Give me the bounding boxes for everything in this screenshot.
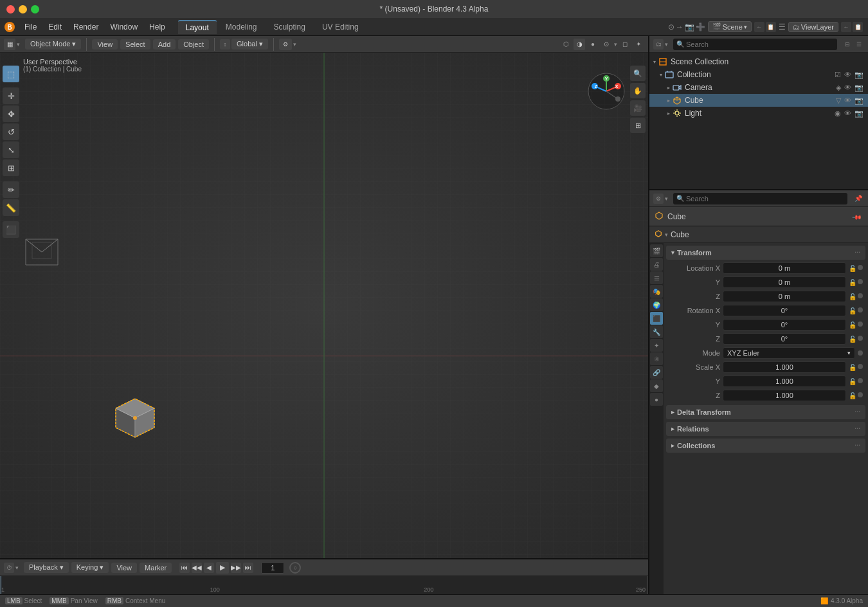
maximize-button[interactable] xyxy=(31,5,39,14)
prop-modifier-btn[interactable]: 🔧 xyxy=(650,325,663,338)
timeline-chevron-icon[interactable]: ▾ xyxy=(15,565,19,571)
viewport-shading-solid[interactable]: ⬡ xyxy=(560,39,572,50)
prop-data-btn[interactable]: ◆ xyxy=(650,379,663,392)
xray-btn[interactable]: ◻ xyxy=(619,39,631,50)
menu-edit[interactable]: Edit xyxy=(43,21,67,33)
move-tool-button[interactable]: ✥ xyxy=(3,105,19,122)
snap-magnet-button[interactable]: ⚙ xyxy=(279,39,292,50)
pin-icon[interactable]: 📌 xyxy=(849,208,865,224)
prop-particles-btn[interactable]: ✦ xyxy=(650,339,663,352)
light-data-btn[interactable]: ◉ xyxy=(834,109,842,118)
tab-modeling[interactable]: Modeling xyxy=(218,21,265,33)
current-frame-input[interactable]: 1 xyxy=(261,562,284,574)
scale-x-lock[interactable]: 🔓 xyxy=(849,364,856,371)
prop-viewlayer-btn[interactable]: ☰ xyxy=(650,271,663,284)
rotate-tool-button[interactable]: ↺ xyxy=(3,123,19,140)
tab-sculpting[interactable]: Sculpting xyxy=(266,21,313,33)
collections-options-icon[interactable]: ⋯ xyxy=(854,442,860,449)
tab-layout[interactable]: Layout xyxy=(178,20,217,34)
light-render-btn[interactable]: 📷 xyxy=(854,109,864,118)
view-menu-button[interactable]: View xyxy=(92,39,118,50)
location-z-keyframe[interactable] xyxy=(858,293,863,298)
scale-x-input[interactable]: 1.000 xyxy=(723,361,846,373)
overlay-chevron-icon[interactable]: ▾ xyxy=(614,41,617,48)
tab-uv-editing[interactable]: UV Editing xyxy=(314,21,366,33)
camera-render-btn[interactable]: 📷 xyxy=(854,84,864,92)
menu-help[interactable]: Help xyxy=(144,21,170,33)
relations-options-icon[interactable]: ⋯ xyxy=(854,426,860,432)
snap-btn-right[interactable]: ✦ xyxy=(633,39,644,50)
zoom-in-btn[interactable]: 🔍 xyxy=(630,66,646,81)
scale-x-keyframe[interactable] xyxy=(858,364,863,369)
prop-object-btn[interactable]: ⬛ xyxy=(650,312,663,325)
prop-physics-btn[interactable]: ⚛ xyxy=(650,352,663,365)
minimize-button[interactable] xyxy=(19,5,27,14)
snap-chevron-icon[interactable]: ▾ xyxy=(293,41,296,48)
viewport-shading-rendered[interactable]: ● xyxy=(587,39,599,50)
cube-eye-btn[interactable]: 👁 xyxy=(844,96,852,105)
menu-render[interactable]: Render xyxy=(68,21,104,33)
cube-render-btn[interactable]: 📷 xyxy=(854,96,864,105)
prop-scene-btn[interactable]: 🎭 xyxy=(650,285,663,298)
camera-eye-btn[interactable]: 👁 xyxy=(844,84,852,92)
axis-gizmo[interactable]: Y X Z xyxy=(587,72,626,113)
step-back-btn[interactable]: ◀◀ xyxy=(192,563,202,573)
outliner-item-cube[interactable]: ▸ Cube ▽ 👁 📷 xyxy=(649,94,868,107)
viewport-overlays-btn[interactable]: ⊙ xyxy=(601,39,612,50)
outliner-item-light[interactable]: ▸ Light ◉ xyxy=(649,107,868,120)
scene-action-2[interactable]: 📋 xyxy=(766,22,776,32)
location-z-input[interactable]: 0 m xyxy=(723,291,846,302)
close-button[interactable] xyxy=(6,5,15,14)
mode-keyframe[interactable] xyxy=(858,350,863,356)
add-cube-tool-button[interactable]: ⬛ xyxy=(3,221,19,238)
scale-tool-button[interactable]: ⤡ xyxy=(3,141,19,158)
timeline-editor-icon[interactable]: ⏱ xyxy=(4,563,14,573)
menu-window[interactable]: Window xyxy=(105,21,143,33)
play-back-btn[interactable]: ◀ xyxy=(204,563,214,573)
rotation-x-input[interactable]: 0° xyxy=(723,305,846,316)
location-y-input[interactable]: 0 m xyxy=(723,276,846,288)
rotation-y-input[interactable]: 0° xyxy=(723,319,846,331)
properties-editor-icon[interactable]: ⚙ xyxy=(653,194,664,204)
scene-action-1[interactable]: ← xyxy=(754,22,764,32)
scene-selector[interactable]: 🎬 Scene ▾ xyxy=(708,21,752,32)
scale-y-keyframe[interactable] xyxy=(858,378,863,383)
properties-pin-icon[interactable]: 📌 xyxy=(853,193,864,204)
outliner-chevron-icon[interactable]: ▾ xyxy=(665,41,668,48)
outliner-search-input[interactable] xyxy=(673,39,837,50)
location-z-lock[interactable]: 🔓 xyxy=(849,293,856,300)
vl-action-2[interactable]: 📋 xyxy=(853,22,863,32)
annotate-tool-button[interactable]: ✏ xyxy=(3,181,19,198)
rotation-z-lock[interactable]: 🔓 xyxy=(849,336,856,343)
light-eye-btn[interactable]: 👁 xyxy=(844,109,852,118)
camera-view-btn[interactable]: 🎥 xyxy=(630,100,646,116)
rotation-y-keyframe[interactable] xyxy=(858,322,863,327)
scale-z-input[interactable]: 1.000 xyxy=(723,390,846,401)
relations-header[interactable]: Relations ⋯ xyxy=(666,422,865,436)
step-forward-btn[interactable]: ▶▶ xyxy=(231,563,241,573)
cube-data-btn[interactable]: ▽ xyxy=(835,96,842,105)
properties-search-input[interactable] xyxy=(673,193,847,204)
scale-y-lock[interactable]: 🔓 xyxy=(849,378,856,385)
location-x-keyframe[interactable] xyxy=(858,265,863,270)
prop-render-btn[interactable]: 🎬 xyxy=(650,244,663,257)
delta-transform-header[interactable]: Delta Transform ⋯ xyxy=(666,405,865,419)
prop-material-btn[interactable]: ● xyxy=(650,393,663,406)
playback-menu[interactable]: Playback xyxy=(24,562,69,573)
vl-action-1[interactable]: ← xyxy=(841,22,851,32)
collection-eye-btn[interactable]: 👁 xyxy=(844,71,852,79)
cursor-tool-button[interactable]: ✛ xyxy=(3,87,19,104)
outliner-options-icon[interactable]: ☰ xyxy=(854,39,864,50)
rotation-x-keyframe[interactable] xyxy=(858,307,863,313)
outliner-filter-icon[interactable]: ⊟ xyxy=(842,39,853,50)
select-menu-button[interactable]: Select xyxy=(120,39,150,50)
location-y-keyframe[interactable] xyxy=(858,279,863,284)
editor-type-btn[interactable]: ▦ xyxy=(4,39,15,50)
transform-orientation-button[interactable]: Global xyxy=(231,39,268,50)
chevron-down-icon[interactable]: ▾ xyxy=(17,41,20,48)
rotation-z-input[interactable]: 0° xyxy=(723,333,846,345)
measure-tool-button[interactable]: 📏 xyxy=(3,199,19,216)
collections-header[interactable]: Collections ⋯ xyxy=(666,439,865,453)
properties-chevron-icon[interactable]: ▾ xyxy=(665,195,668,202)
object-menu-button[interactable]: Object xyxy=(178,39,209,50)
